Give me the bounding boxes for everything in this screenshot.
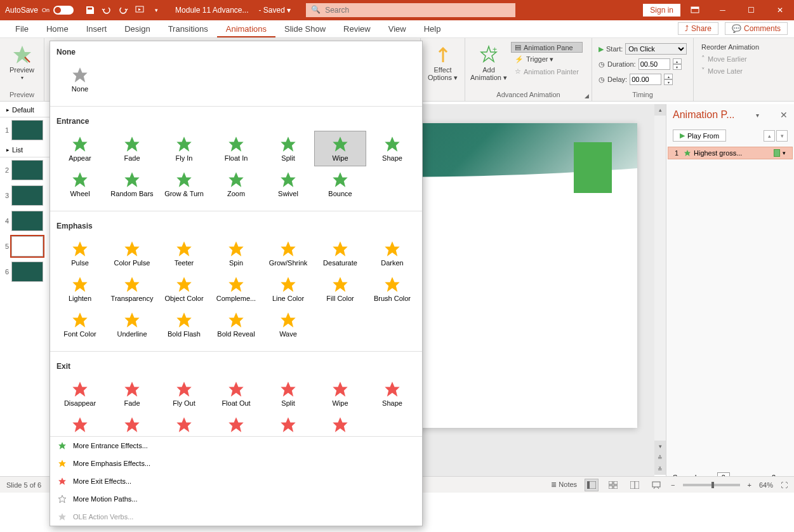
anim-fly-out[interactable]: Fly Out <box>158 376 210 411</box>
anim-fill-color[interactable]: Fill Color <box>314 271 366 307</box>
anim-zoom[interactable]: Zoom <box>210 166 262 202</box>
more-motion-link[interactable]: More Motion Paths... <box>50 490 422 508</box>
anim-wipe[interactable]: Wipe <box>314 131 366 166</box>
play-from-button[interactable]: ▶Play From <box>673 130 726 142</box>
share-button[interactable]: ⤴Share <box>678 22 718 35</box>
notes-button[interactable]: ≣ Notes <box>551 481 577 489</box>
anim-fade[interactable]: Fade <box>106 376 158 411</box>
redo-icon[interactable] <box>118 5 128 15</box>
normal-view-button[interactable] <box>585 479 599 491</box>
anim-appear[interactable]: Appear <box>54 131 106 166</box>
slide-thumb-2[interactable] <box>11 160 43 180</box>
anim-float-in[interactable]: Float In <box>210 131 262 166</box>
tab-animations[interactable]: Animations <box>217 21 275 37</box>
anim-compleme-[interactable]: Compleme... <box>210 271 262 307</box>
animation-list-item[interactable]: 1 Highest gross... ▾ <box>668 147 793 159</box>
maximize-button[interactable]: ☐ <box>737 0 765 20</box>
slideshow-view-button[interactable] <box>649 479 663 491</box>
anim-fly-in[interactable]: Fly In <box>158 131 210 166</box>
prev-slide-icon[interactable]: ≙ <box>654 452 666 463</box>
close-pane-icon[interactable]: ✕ <box>780 110 788 120</box>
tab-transitions[interactable]: Transitions <box>159 21 217 37</box>
close-button[interactable]: ✕ <box>765 0 794 20</box>
move-down-button[interactable]: ▾ <box>776 130 788 142</box>
anim-brush-color[interactable]: Brush Color <box>366 271 418 307</box>
anim-pulse[interactable]: Pulse <box>54 236 106 271</box>
anim-random-bars[interactable]: Random Bars <box>106 411 158 436</box>
add-animation-button[interactable]: + Add Animation ▾ <box>469 42 508 84</box>
animation-painter-button[interactable]: ☆Animation Painter <box>511 66 583 77</box>
comments-button[interactable]: 💬Comments <box>725 22 788 35</box>
anim-darken[interactable]: Darken <box>366 236 418 271</box>
tab-help[interactable]: Help <box>415 21 450 37</box>
autosave-control[interactable]: AutoSave On <box>0 6 79 15</box>
zoom-in-button[interactable]: + <box>748 481 751 489</box>
move-up-button[interactable]: ▴ <box>764 130 775 142</box>
anim-font-color[interactable]: Font Color <box>54 307 106 342</box>
outline-tab-list[interactable]: ▸List <box>0 143 50 157</box>
slide-sorter-button[interactable] <box>606 479 620 491</box>
slide-thumb-6[interactable] <box>11 262 43 282</box>
anim-line-color[interactable]: Line Color <box>262 271 314 307</box>
duration-spinner[interactable]: ▴▾ <box>673 58 682 70</box>
save-icon[interactable] <box>85 5 95 15</box>
more-emphasis-link[interactable]: More Emphasis Effects... <box>50 455 422 472</box>
document-saved-state[interactable]: - Saved ▾ <box>256 6 293 15</box>
gallery-scroll-area[interactable]: None None Entrance AppearFadeFly InFloat… <box>50 41 422 436</box>
animation-pane-toggle[interactable]: ▤Animation Pane <box>511 42 583 53</box>
move-later-button[interactable]: ˅Move Later <box>698 65 763 76</box>
autosave-toggle[interactable] <box>53 6 74 15</box>
anim-fade[interactable]: Fade <box>106 131 158 166</box>
anim-color-pulse[interactable]: Color Pulse <box>106 236 158 271</box>
minimize-button[interactable]: ─ <box>708 0 737 20</box>
anim-transparency[interactable]: Transparency <box>106 271 158 307</box>
effect-options-button[interactable]: Effect Options ▾ <box>425 42 461 84</box>
anim-float-out[interactable]: Float Out <box>210 376 262 411</box>
anim-desaturate[interactable]: Desaturate <box>314 236 366 271</box>
anim-grow-turn[interactable]: Grow & Turn <box>158 166 210 202</box>
undo-icon[interactable] <box>102 5 112 15</box>
anim-grow-shrink[interactable]: Grow/Shrink <box>262 236 314 271</box>
anim-bold-reveal[interactable]: Bold Reveal <box>210 307 262 342</box>
tab-insert[interactable]: Insert <box>77 21 116 37</box>
slide-thumb-4[interactable] <box>11 211 43 231</box>
anim-bounce[interactable]: Bounce <box>314 411 366 436</box>
slide-thumb-1[interactable] <box>11 120 43 140</box>
tab-review[interactable]: Review <box>334 21 380 37</box>
delay-input[interactable] <box>630 74 661 85</box>
tab-design[interactable]: Design <box>116 21 159 37</box>
tab-file[interactable]: File <box>6 21 37 37</box>
anim-bold-flash[interactable]: Bold Flash <box>158 307 210 342</box>
anim-spin[interactable]: Spin <box>210 236 262 271</box>
anim-wipe[interactable]: Wipe <box>314 376 366 411</box>
anim-wheel[interactable]: Wheel <box>54 411 106 436</box>
fit-to-window-button[interactable]: ⛶ <box>781 481 788 489</box>
advanced-dialog-launcher[interactable]: ◢ <box>583 92 590 100</box>
anim-shrink-tu-[interactable]: Shrink & Tu... <box>158 411 210 436</box>
vertical-scrollbar[interactable]: ▴ ▾ ≙ ≚ <box>654 104 666 475</box>
pane-menu-icon[interactable]: ▾ <box>756 112 759 119</box>
anim-swivel[interactable]: Swivel <box>262 411 314 436</box>
trigger-button[interactable]: ⚡Trigger ▾ <box>511 54 583 65</box>
anim-shape[interactable]: Shape <box>366 131 418 166</box>
anim-none[interactable]: None <box>54 62 106 97</box>
zoom-slider[interactable] <box>683 484 740 486</box>
anim-lighten[interactable]: Lighten <box>54 271 106 307</box>
scroll-down-icon[interactable]: ▾ <box>654 441 666 452</box>
anim-swivel[interactable]: Swivel <box>262 166 314 202</box>
anim-disappear[interactable]: Disappear <box>54 376 106 411</box>
tab-view[interactable]: View <box>380 21 415 37</box>
anim-wheel[interactable]: Wheel <box>54 166 106 202</box>
zoom-out-button[interactable]: − <box>671 481 675 489</box>
anim-object-color[interactable]: Object Color <box>158 271 210 307</box>
sign-in-button[interactable]: Sign in <box>643 4 680 17</box>
move-earlier-button[interactable]: ˄Move Earlier <box>698 53 763 64</box>
anim-teeter[interactable]: Teeter <box>158 236 210 271</box>
next-slide-icon[interactable]: ≚ <box>654 463 666 475</box>
ribbon-display-options-icon[interactable] <box>684 3 706 18</box>
slide-thumb-3[interactable] <box>11 185 43 206</box>
delay-spinner[interactable]: ▴▾ <box>664 74 673 85</box>
outline-tab-default[interactable]: ▸Default <box>0 103 50 117</box>
tab-home[interactable]: Home <box>37 21 77 37</box>
anim-split[interactable]: Split <box>262 376 314 411</box>
